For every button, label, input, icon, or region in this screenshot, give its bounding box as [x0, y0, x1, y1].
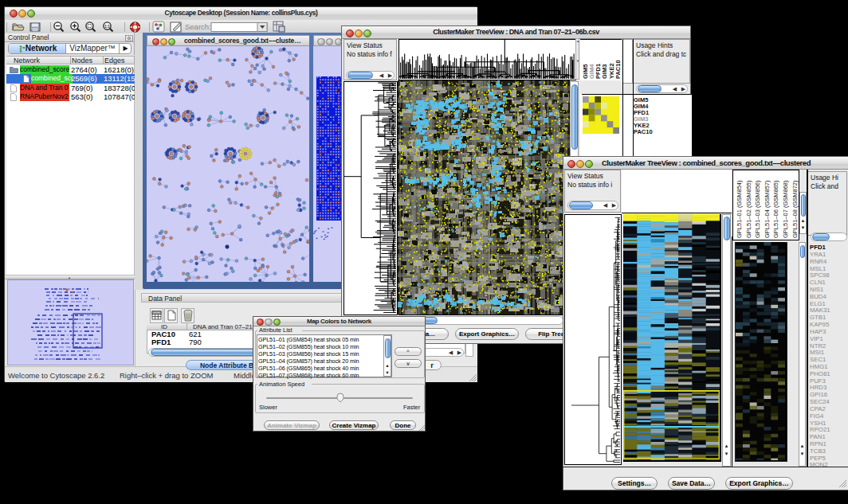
svg-text:YSH1: YSH1: [810, 420, 826, 427]
svg-text:PUF3: PUF3: [810, 377, 826, 385]
svg-text:SEC1: SEC1: [810, 356, 826, 363]
svg-text:SEC24: SEC24: [810, 398, 830, 405]
svg-text:CPA2: CPA2: [810, 405, 826, 412]
svg-text:GPL51–08 (GSM872): GPL51–08 (GSM872): [791, 180, 799, 238]
svg-text:PEP5: PEP5: [810, 455, 826, 462]
svg-text:KAP95: KAP95: [810, 321, 830, 328]
svg-text:GPL51–01 (GSM854): GPL51–01 (GSM854): [736, 180, 743, 238]
svg-text:GTB1: GTB1: [810, 314, 826, 321]
svg-text:NIS1: NIS1: [810, 286, 823, 293]
svg-text:GPL51–06 (GSM865): GPL51–06 (GSM865): [772, 180, 779, 238]
svg-text:PAC10: PAC10: [614, 60, 622, 79]
svg-text:Search:: Search:: [185, 22, 211, 31]
svg-text:PAC10: PAC10: [634, 128, 653, 135]
svg-text:NTR2: NTR2: [810, 342, 826, 350]
svg-text:PAN1: PAN1: [810, 433, 826, 440]
svg-text:GPL51–07 (GSM868): GPL51–07 (GSM868): [782, 180, 789, 238]
svg-text:GPL51–04 (GSM857): GPL51–04 (GSM857): [764, 180, 771, 238]
svg-text:HMG1: HMG1: [810, 363, 828, 370]
svg-text:CLN1: CLN1: [810, 279, 826, 286]
svg-text:SPC98: SPC98: [810, 272, 830, 279]
svg-text:PHO81: PHO81: [810, 370, 830, 377]
svg-text:VIP1: VIP1: [810, 335, 823, 342]
svg-text:GPL51–02 (GSM855): GPL51–02 (GSM855): [745, 180, 752, 238]
svg-text:MAK31: MAK31: [810, 307, 830, 314]
svg-text:BUD4: BUD4: [810, 293, 826, 300]
svg-text:HAP3: HAP3: [810, 328, 826, 335]
svg-text:1:1: 1:1: [104, 25, 110, 29]
svg-text:TCB3: TCB3: [810, 447, 826, 455]
svg-text:RPO21: RPO21: [810, 426, 830, 433]
svg-text:GPL51–03 (GSM856): GPL51–03 (GSM856): [754, 180, 761, 238]
svg-text:HRD3: HRD3: [810, 384, 826, 391]
svg-text:YRA1: YRA1: [810, 251, 826, 258]
svg-text:MSI1: MSI1: [810, 349, 824, 356]
svg-text:GPI16: GPI16: [810, 391, 827, 398]
svg-text:ELG1: ELG1: [810, 300, 826, 307]
svg-text:FIG4: FIG4: [810, 412, 824, 420]
svg-text:MSL1: MSL1: [810, 265, 826, 272]
svg-text:MON2: MON2: [810, 461, 828, 468]
svg-text:RNR4: RNR4: [810, 258, 827, 265]
svg-text:PFD1: PFD1: [810, 244, 826, 251]
svg-text:RPN1: RPN1: [810, 440, 826, 447]
